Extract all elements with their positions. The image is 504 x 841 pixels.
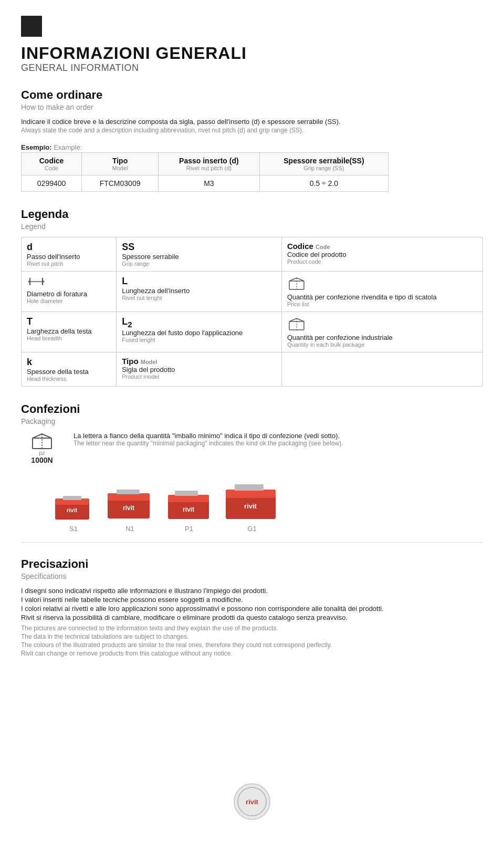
precisazioni-lines-en: The pictures are connected to the inform… (21, 625, 483, 657)
box-s1: rivit S1 (52, 485, 94, 533)
sub-title: GENERAL INFORMATION (21, 63, 483, 74)
svg-rect-22 (175, 491, 198, 496)
legend-table: d Passo dell'inserto Rivet nut pitch SS … (21, 237, 483, 387)
precisazioni-it-1: I disegni sono indicativi rispetto alle … (21, 587, 483, 595)
col-tipo: Tipo Model (82, 153, 159, 175)
box-n1-label: N1 (125, 525, 134, 533)
boxes-row: rivit S1 rivit N1 rivit P1 (52, 475, 483, 533)
legenda-heading: Legenda (21, 207, 483, 221)
box-s1-icon: rivit (52, 485, 94, 522)
packaging-text-it: La lettera a fianco della quantità "imba… (74, 432, 343, 440)
confezioni-heading: Confezioni (21, 402, 483, 416)
rivit-logo-circle: rivit (234, 783, 270, 820)
box-n1: rivit N1 (105, 480, 155, 533)
svg-rect-7 (289, 321, 304, 330)
svg-rect-18 (117, 490, 140, 494)
come-ordinare-text-en: Always state the code and a description … (21, 127, 483, 134)
svg-rect-14 (63, 496, 81, 500)
svg-text:rivit: rivit (123, 504, 134, 512)
packaging-text-block: La lettera a fianco della quantità "imba… (74, 432, 343, 447)
box-p1-label: P1 (185, 525, 193, 533)
box-n1-icon: rivit (105, 480, 155, 522)
legend-box-price: Quantità per confezione rivendita e tipo… (281, 272, 482, 312)
packaging-section: pz 1000N La lettera a fianco della quant… (21, 432, 483, 464)
box-g1-icon: rivit (223, 475, 281, 522)
legend-box-bulk: Quantità per confezione industriale Quan… (281, 312, 482, 352)
legend-ss: SS Spessore serrabile Grip range (117, 237, 282, 272)
box-p1: rivit P1 (165, 480, 213, 533)
legend-T: T Larghezza della testa Head breadth (22, 312, 117, 352)
precisazioni-en-4: Rivit can change or remove products from… (21, 650, 483, 657)
packaging-row: pz 1000N La lettera a fianco della quant… (21, 432, 483, 464)
precisazioni-en-3: The colours of the illustrated products … (21, 641, 483, 649)
col-codice: Codice Code (22, 153, 82, 175)
legend-row-2: Diametro di foratura Hole diameter L Lun… (22, 272, 483, 312)
come-ordinare-text-it: Indicare il codice breve e la descrizine… (21, 118, 483, 126)
rivit-logo-svg: rivit (237, 787, 267, 816)
svg-text:rivit: rivit (183, 506, 194, 513)
legend-k: k Spessore della testa Head thickness (22, 352, 117, 387)
main-title: INFORMAZIONI GENERALI (21, 44, 483, 63)
table-row: 0299400 FTCM03009 M3 0.5 ÷ 2.0 (22, 175, 388, 192)
packaging-pz-label: pz (39, 450, 45, 456)
legenda-subheading: Legend (21, 222, 483, 231)
box-g1-label: G1 (247, 525, 256, 533)
packaging-left: pz 1000N (21, 432, 63, 464)
precisazioni-it-3: I colori relativi ai rivetti e alle loro… (21, 605, 483, 612)
col-passo: Passo inserto (d) Rivet nut pitch (d) (158, 153, 259, 175)
legend-row-3: T Larghezza della testa Head breadth L2 … (22, 312, 483, 352)
precisazioni-heading: Precisazioni (21, 557, 483, 571)
packaging-quantity: 1000N (31, 456, 52, 464)
svg-rect-26 (235, 484, 264, 491)
precisazioni-subheading: Specifications (21, 572, 483, 580)
col-spessore: Spessore serrabile(SS) Grip range (SS) (259, 153, 388, 175)
svg-text:rivit: rivit (246, 798, 259, 806)
hole-diameter-icon (27, 276, 46, 287)
svg-rect-16 (108, 493, 150, 501)
confezioni-subheading: Packaging (21, 417, 483, 425)
legend-codice: Codice Code Codice del prodotto Product … (281, 237, 482, 272)
precisazioni-it-4: Rivit si riserva la possibilità di cambi… (21, 614, 483, 621)
come-ordinare-heading: Come ordinare (21, 88, 483, 102)
precisazioni-lines-it: I disegni sono indicativi rispetto alle … (21, 587, 483, 621)
legend-row-4: k Spessore della testa Head thickness Ti… (22, 352, 483, 387)
legend-L2: L2 Lunghezza del fusto dopo l'applicazio… (117, 312, 282, 352)
svg-rect-5 (289, 281, 304, 289)
legend-d: d Passo dell'inserto Rivet nut pitch (22, 237, 117, 272)
packaging-text-en: The letter near the quantity "minimal pa… (74, 440, 343, 447)
box-s1-label: S1 (69, 525, 78, 533)
svg-text:rivit: rivit (67, 507, 78, 513)
precisazioni-en-2: The data in the technical tabulations ar… (21, 633, 483, 640)
svg-marker-3 (28, 280, 30, 283)
precisazioni-en-1: The pictures are connected to the inform… (21, 625, 483, 632)
legend-hole: Diametro di foratura Hole diameter (22, 272, 117, 312)
come-ordinare-subheading: How to make an order (21, 103, 483, 111)
legend-tipo: Tipo Model Sigla del prodotto Product mo… (117, 352, 282, 387)
svg-rect-24 (226, 490, 276, 498)
svg-text:rivit: rivit (244, 502, 257, 510)
order-table: Codice Code Tipo Model Passo inserto (d)… (21, 152, 388, 192)
box-price-icon (287, 276, 306, 290)
divider-1 (21, 542, 483, 543)
svg-rect-20 (168, 495, 209, 502)
legend-L: L Lunghezza dell'inserto Rivet nut lengh… (117, 272, 282, 312)
packaging-box-icon (30, 432, 54, 450)
box-bulk-icon (287, 316, 306, 331)
header-black-box (21, 16, 42, 37)
esempio-label: Esempio: Example: (21, 143, 483, 151)
page: INFORMAZIONI GENERALI GENERAL INFORMATIO… (0, 0, 504, 841)
box-p1-icon: rivit (165, 480, 213, 522)
box-g1: rivit G1 (223, 475, 281, 533)
precisazioni-it-2: I valori inseriti nelle tabelle tecniche… (21, 596, 483, 604)
svg-marker-4 (43, 280, 45, 283)
legend-row-1: d Passo dell'inserto Rivet nut pitch SS … (22, 237, 483, 272)
footer-logo: rivit (234, 783, 270, 820)
